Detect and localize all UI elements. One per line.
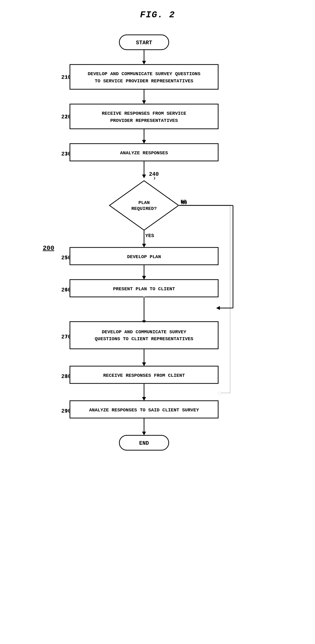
- figure-title: FIG. 2: [140, 10, 175, 20]
- svg-marker-33: [142, 432, 146, 435]
- box-210-line1: DEVELOP AND COMMUNICATE SURVEY QUESTIONS: [87, 71, 200, 77]
- no-label-text: NO: [181, 199, 187, 204]
- svg-marker-21: [142, 276, 146, 280]
- box-210-line2: TO SERVICE PROVIDER REPRESENTATIVES: [95, 78, 193, 84]
- box-280: RECEIVE RESPONSES FROM CLIENT: [103, 373, 185, 378]
- svg-marker-42: [216, 306, 220, 310]
- svg-rect-36: [230, 205, 231, 394]
- box-260: PRESENT PLAN TO CLIENT: [113, 286, 175, 292]
- diagram-label: 200: [43, 244, 54, 252]
- end-terminal: END: [139, 440, 149, 446]
- box-290: ANALYZE RESPONSES TO SAID CLIENT SURVEY: [89, 408, 199, 413]
- diamond-240-line2: REQUIRED?: [131, 206, 157, 211]
- svg-marker-11: [142, 174, 146, 178]
- step-label-240: 240: [149, 171, 159, 178]
- diamond-240-line1: PLAN: [138, 200, 150, 206]
- box-220-line1: RECEIVE RESPONSES FROM SERVICE: [101, 111, 186, 116]
- start-terminal: START: [136, 40, 152, 46]
- svg-marker-8: [142, 140, 146, 144]
- page: FIG. 2 200 START 210 DEVELOP AND COMMUNI…: [0, 0, 315, 644]
- flowchart-svg: 200 START 210 DEVELOP AND COMMUNICATE SU…: [28, 28, 287, 640]
- box-250: DEVELOP PLAN: [127, 254, 161, 260]
- box-230: ANALYZE RESPONSES: [120, 150, 168, 156]
- svg-rect-3: [70, 64, 218, 89]
- yes-label: YES: [145, 233, 154, 238]
- svg-marker-38: [217, 391, 221, 395]
- box-220-line2: PROVIDER REPRESENTATIVES: [110, 118, 178, 123]
- box-270-line2: QUESTIONS TO CLIENT REPRESENTATIVES: [95, 336, 193, 342]
- svg-marker-18: [142, 244, 146, 248]
- svg-marker-27: [142, 362, 146, 366]
- svg-marker-12: [109, 181, 179, 230]
- svg-rect-6: [70, 104, 218, 129]
- svg-marker-5: [142, 100, 146, 104]
- box-270-line1: DEVELOP AND COMMUNICATE SURVEY: [101, 329, 186, 335]
- svg-marker-30: [142, 397, 146, 401]
- svg-rect-25: [70, 322, 218, 349]
- svg-marker-2: [142, 61, 146, 64]
